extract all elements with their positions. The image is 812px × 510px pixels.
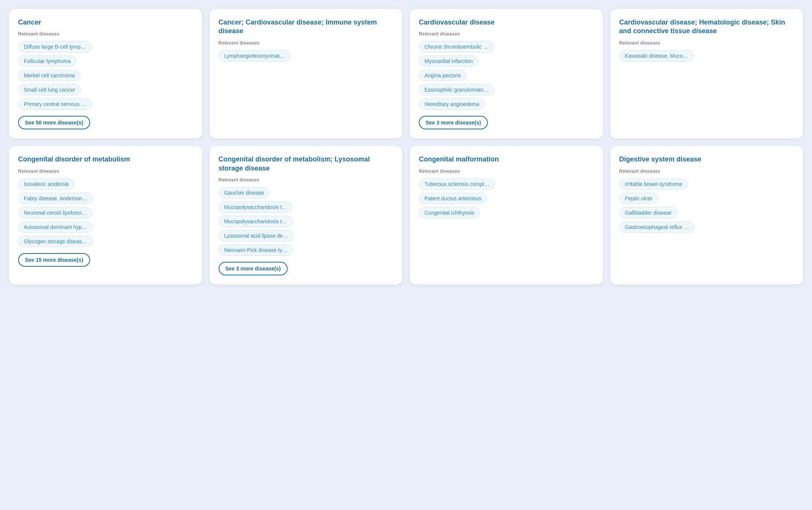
- disease-tag[interactable]: Niemann-Pick disease ty…: [219, 244, 293, 256]
- relevant-diseases-label: Relevant diseases: [419, 169, 594, 174]
- disease-tag[interactable]: Small cell lung cancer: [18, 84, 81, 95]
- card-digestive-system: Digestive system diseaseRelevant disease…: [610, 146, 803, 284]
- disease-tag[interactable]: Merkel cell carcinoma: [18, 70, 80, 81]
- see-more-button[interactable]: See 15 more disease(s): [18, 253, 90, 267]
- disease-tag[interactable]: Gaucher disease: [219, 187, 270, 198]
- disease-tag[interactable]: Fabry disease, Anderson…: [18, 193, 93, 204]
- disease-tag[interactable]: Congenital ichthyosis: [419, 207, 480, 218]
- see-more-button[interactable]: See 3 more disease(s): [419, 116, 488, 129]
- card-title: Congenital malformation: [419, 155, 594, 164]
- relevant-diseases-label: Relevant diseases: [219, 40, 394, 46]
- diseases-list: Irritable bowel syndromePeptic ulcerGall…: [619, 178, 794, 233]
- relevant-diseases-label: Relevant diseases: [219, 177, 394, 183]
- card-title: Congenital disorder of metabolism; Lysos…: [219, 155, 394, 173]
- diseases-list: Kawasaki disease, Muco…: [619, 50, 794, 61]
- card-title: Digestive system disease: [619, 155, 794, 164]
- disease-tag[interactable]: Peptic ulcer: [619, 193, 658, 204]
- diseases-list: Gaucher diseaseMucopolysaccharidosis t…M…: [219, 187, 394, 256]
- disease-tag[interactable]: Follicular lymphoma: [18, 55, 76, 67]
- card-cancer: CancerRelevant diseasesDiffuse large B-c…: [9, 9, 202, 138]
- disease-tag[interactable]: Gallbladder disease: [619, 207, 677, 218]
- disease-tag[interactable]: Gastroesophageal reflux …: [619, 221, 695, 233]
- disease-tag[interactable]: Lysosomal acid lipase de…: [219, 230, 294, 241]
- relevant-diseases-label: Relevant diseases: [18, 31, 193, 37]
- card-cardiovascular: Cardiovascular diseaseRelevant diseasesC…: [410, 9, 603, 138]
- relevant-diseases-label: Relevant diseases: [18, 169, 193, 174]
- card-cancer-cardiovascular-immune: Cancer; Cardiovascular disease; Immune s…: [210, 9, 403, 138]
- diseases-list: Lymphangioleiomyomat…: [219, 50, 394, 61]
- relevant-diseases-label: Relevant diseases: [419, 31, 594, 37]
- diseases-list: Tuberous sclerosis compl…Patent ductus a…: [419, 178, 594, 218]
- relevant-diseases-label: Relevant diseases: [619, 169, 794, 174]
- disease-tag[interactable]: Autosomal dominant hyp…: [18, 221, 93, 233]
- card-title: Cardiovascular disease; Hematologic dise…: [619, 18, 794, 36]
- diseases-list: Isovaleric acidemiaFabry disease, Anders…: [18, 178, 193, 247]
- see-more-button[interactable]: See 3 more disease(s): [219, 262, 288, 275]
- disease-tag[interactable]: Eosinophilic granulomato…: [419, 84, 494, 95]
- card-congenital-metabolism-lysosomal: Congenital disorder of metabolism; Lysos…: [210, 146, 403, 284]
- card-title: Cardiovascular disease: [419, 18, 594, 27]
- disease-tag[interactable]: Patent ductus arteriosus: [419, 193, 487, 204]
- disease-tag[interactable]: Diffuse large B-cell lymp…: [18, 41, 92, 52]
- disease-tag[interactable]: Neuronal ceroid lipofusci…: [18, 207, 92, 218]
- disease-tag[interactable]: Mucopolysaccharidosis t…: [219, 216, 293, 227]
- disease-tag[interactable]: Chronic thromboembolic …: [419, 41, 494, 52]
- cards-grid: CancerRelevant diseasesDiffuse large B-c…: [9, 9, 803, 284]
- relevant-diseases-label: Relevant diseases: [619, 40, 794, 46]
- diseases-list: Diffuse large B-cell lymp…Follicular lym…: [18, 41, 193, 110]
- disease-tag[interactable]: Glycogen storage diseas…: [18, 236, 93, 247]
- card-title: Cancer; Cardiovascular disease; Immune s…: [219, 18, 394, 36]
- disease-tag[interactable]: Hereditary angioedema: [419, 98, 485, 110]
- disease-tag[interactable]: Irritable bowel syndrome: [619, 178, 688, 190]
- card-title: Congenital disorder of metabolism: [18, 155, 193, 164]
- disease-tag[interactable]: Tuberous sclerosis compl…: [419, 178, 495, 190]
- card-congenital-metabolism: Congenital disorder of metabolismRelevan…: [9, 146, 202, 284]
- disease-tag[interactable]: Angina pectoris: [419, 70, 467, 81]
- disease-tag[interactable]: Mucopolysaccharidosis t…: [219, 201, 293, 213]
- card-title: Cancer: [18, 18, 193, 27]
- disease-tag[interactable]: Primary central nervous …: [18, 98, 92, 110]
- see-more-button[interactable]: See 50 more disease(s): [18, 116, 90, 129]
- disease-tag[interactable]: Kawasaki disease, Muco…: [619, 50, 694, 61]
- diseases-list: Chronic thromboembolic …Myocardial infar…: [419, 41, 594, 110]
- card-cardiovascular-hematologic-skin: Cardiovascular disease; Hematologic dise…: [610, 9, 803, 138]
- disease-tag[interactable]: Isovaleric acidemia: [18, 178, 74, 190]
- disease-tag[interactable]: Lymphangioleiomyomat…: [219, 50, 291, 61]
- card-congenital-malformation: Congenital malformationRelevant diseases…: [410, 146, 603, 284]
- disease-tag[interactable]: Myocardial infarction: [419, 55, 478, 67]
